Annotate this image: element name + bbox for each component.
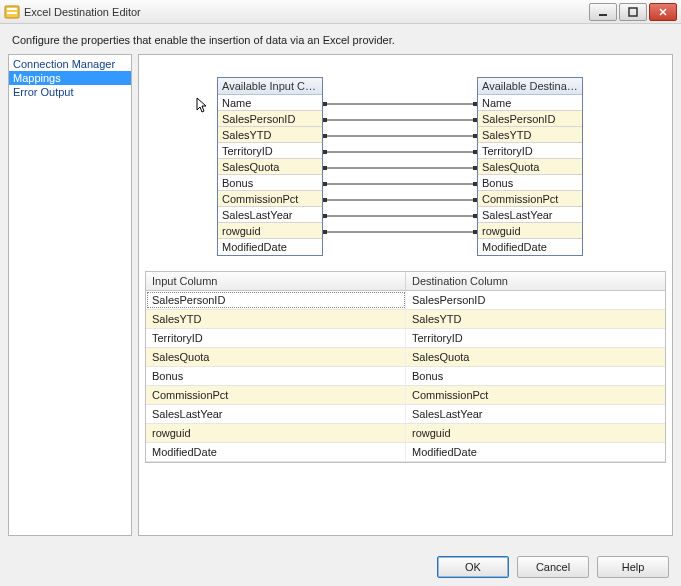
- destination-column-modifieddate[interactable]: ModifiedDate: [478, 239, 582, 255]
- dialog-buttons: OK Cancel Help: [437, 556, 669, 578]
- grid-cell-destination[interactable]: ModifiedDate: [406, 443, 665, 461]
- content-area: Connection ManagerMappingsError Output A…: [0, 54, 681, 536]
- grid-cell-destination[interactable]: SalesPersonID: [406, 291, 665, 309]
- input-column-salesquota[interactable]: SalesQuota: [218, 159, 322, 175]
- available-destination-columns-box[interactable]: Available Destinatio... NameSalesPersonI…: [477, 77, 583, 256]
- maximize-button[interactable]: [619, 3, 647, 21]
- mapping-diagram[interactable]: Available Input Col... NameSalesPersonID…: [139, 55, 672, 267]
- grid-cell-input[interactable]: Bonus: [146, 367, 406, 385]
- destination-column-territoryid[interactable]: TerritoryID: [478, 143, 582, 159]
- destination-column-commissionpct[interactable]: CommissionPct: [478, 191, 582, 207]
- svg-rect-4: [629, 8, 637, 16]
- nav-item-error-output[interactable]: Error Output: [9, 85, 131, 99]
- input-columns-header: Available Input Col...: [218, 78, 322, 95]
- grid-row[interactable]: BonusBonus: [146, 367, 665, 386]
- grid-cell-input[interactable]: ModifiedDate: [146, 443, 406, 461]
- help-button[interactable]: Help: [597, 556, 669, 578]
- destination-columns-header: Available Destinatio...: [478, 78, 582, 95]
- destination-column-name[interactable]: Name: [478, 95, 582, 111]
- grid-row[interactable]: rowguidrowguid: [146, 424, 665, 443]
- grid-header-destination[interactable]: Destination Column: [406, 272, 665, 290]
- grid-header: Input Column Destination Column: [146, 272, 665, 291]
- title-bar: Excel Destination Editor: [0, 0, 681, 24]
- grid-row[interactable]: SalesQuotaSalesQuota: [146, 348, 665, 367]
- input-column-bonus[interactable]: Bonus: [218, 175, 322, 191]
- main-pane: Available Input Col... NameSalesPersonID…: [138, 54, 673, 536]
- svg-rect-23: [323, 182, 327, 186]
- input-column-name[interactable]: Name: [218, 95, 322, 111]
- svg-rect-2: [7, 12, 17, 14]
- destination-column-rowguid[interactable]: rowguid: [478, 223, 582, 239]
- grid-cell-destination[interactable]: SalesLastYear: [406, 405, 665, 423]
- nav-item-mappings[interactable]: Mappings: [9, 71, 131, 85]
- grid-row[interactable]: CommissionPctCommissionPct: [146, 386, 665, 405]
- close-button[interactable]: [649, 3, 677, 21]
- grid-cell-input[interactable]: SalesPersonID: [146, 291, 406, 309]
- nav-item-connection-manager[interactable]: Connection Manager: [9, 57, 131, 71]
- grid-cell-destination[interactable]: TerritoryID: [406, 329, 665, 347]
- destination-column-salesytd[interactable]: SalesYTD: [478, 127, 582, 143]
- app-icon: [4, 4, 20, 20]
- input-column-salespersonid[interactable]: SalesPersonID: [218, 111, 322, 127]
- input-column-saleslastyear[interactable]: SalesLastYear: [218, 207, 322, 223]
- grid-cell-destination[interactable]: SalesQuota: [406, 348, 665, 366]
- ok-button[interactable]: OK: [437, 556, 509, 578]
- grid-cell-destination[interactable]: rowguid: [406, 424, 665, 442]
- input-column-territoryid[interactable]: TerritoryID: [218, 143, 322, 159]
- svg-rect-20: [323, 166, 327, 170]
- svg-rect-11: [323, 118, 327, 122]
- input-column-rowguid[interactable]: rowguid: [218, 223, 322, 239]
- minimize-button[interactable]: [589, 3, 617, 21]
- available-input-columns-box[interactable]: Available Input Col... NameSalesPersonID…: [217, 77, 323, 256]
- svg-rect-1: [7, 8, 17, 10]
- destination-column-salesquota[interactable]: SalesQuota: [478, 159, 582, 175]
- grid-header-input[interactable]: Input Column: [146, 272, 406, 290]
- grid-cell-input[interactable]: rowguid: [146, 424, 406, 442]
- window-controls: [589, 3, 677, 21]
- cancel-button[interactable]: Cancel: [517, 556, 589, 578]
- grid-cell-destination[interactable]: SalesYTD: [406, 310, 665, 328]
- grid-cell-destination[interactable]: Bonus: [406, 367, 665, 385]
- grid-cell-input[interactable]: TerritoryID: [146, 329, 406, 347]
- grid-cell-destination[interactable]: CommissionPct: [406, 386, 665, 404]
- mapping-grid[interactable]: Input Column Destination Column SalesPer…: [145, 271, 666, 463]
- cursor-icon: [195, 97, 211, 115]
- grid-row[interactable]: SalesLastYearSalesLastYear: [146, 405, 665, 424]
- svg-rect-32: [323, 230, 327, 234]
- input-column-commissionpct[interactable]: CommissionPct: [218, 191, 322, 207]
- destination-column-salespersonid[interactable]: SalesPersonID: [478, 111, 582, 127]
- grid-cell-input[interactable]: SalesQuota: [146, 348, 406, 366]
- grid-row[interactable]: ModifiedDateModifiedDate: [146, 443, 665, 462]
- window-title: Excel Destination Editor: [24, 6, 589, 18]
- svg-rect-8: [323, 102, 327, 106]
- grid-row[interactable]: TerritoryIDTerritoryID: [146, 329, 665, 348]
- svg-rect-17: [323, 150, 327, 154]
- grid-cell-input[interactable]: SalesYTD: [146, 310, 406, 328]
- grid-row[interactable]: SalesPersonIDSalesPersonID: [146, 291, 665, 310]
- svg-rect-26: [323, 198, 327, 202]
- destination-column-bonus[interactable]: Bonus: [478, 175, 582, 191]
- navigation-pane: Connection ManagerMappingsError Output: [8, 54, 132, 536]
- svg-rect-29: [323, 214, 327, 218]
- grid-cell-input[interactable]: SalesLastYear: [146, 405, 406, 423]
- svg-rect-14: [323, 134, 327, 138]
- grid-row[interactable]: SalesYTDSalesYTD: [146, 310, 665, 329]
- grid-cell-input[interactable]: CommissionPct: [146, 386, 406, 404]
- description-text: Configure the properties that enable the…: [0, 24, 681, 54]
- input-column-modifieddate[interactable]: ModifiedDate: [218, 239, 322, 255]
- destination-column-saleslastyear[interactable]: SalesLastYear: [478, 207, 582, 223]
- input-column-salesytd[interactable]: SalesYTD: [218, 127, 322, 143]
